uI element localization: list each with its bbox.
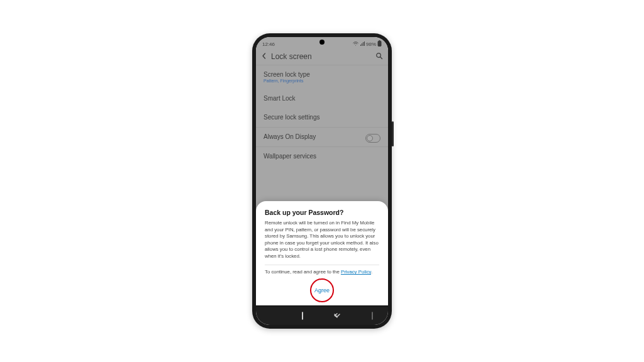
nav-back-icon[interactable] bbox=[333, 312, 341, 319]
nav-bar bbox=[256, 305, 388, 325]
divider bbox=[265, 265, 379, 265]
screen: 12:46 98% bbox=[256, 37, 388, 325]
sheet-consent: To continue, read and agree to the Priva… bbox=[265, 269, 379, 276]
bottom-sheet: Back up your Password? Remote unlock wil… bbox=[256, 201, 388, 306]
privacy-policy-link[interactable]: Privacy Policy bbox=[341, 269, 371, 275]
power-button bbox=[392, 121, 394, 146]
consent-suffix: . bbox=[371, 269, 372, 275]
agree-button[interactable]: Agree bbox=[314, 287, 330, 293]
nav-keyboard-icon[interactable] bbox=[372, 312, 373, 319]
phone-frame: 12:46 98% bbox=[252, 33, 392, 329]
nav-home-icon[interactable] bbox=[302, 312, 303, 319]
front-camera bbox=[319, 40, 325, 45]
sheet-title: Back up your Password? bbox=[265, 209, 379, 216]
sheet-body: Remote unlock will be turned on in Find … bbox=[265, 220, 379, 260]
consent-prefix: To continue, read and agree to the bbox=[265, 269, 341, 275]
agree-highlight: Agree bbox=[310, 278, 334, 302]
